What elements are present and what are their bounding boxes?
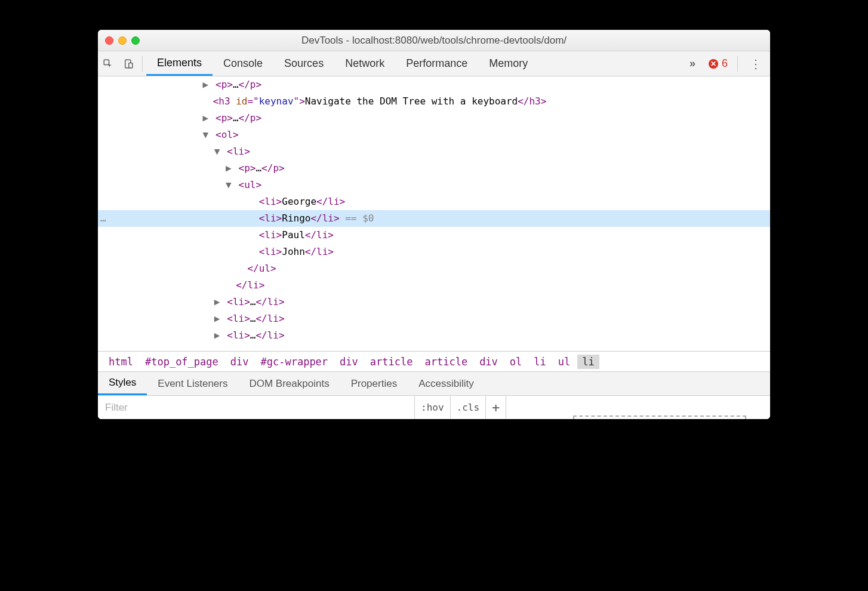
toggle-hover-button[interactable]: :hov — [414, 396, 450, 419]
expand-arrow-icon[interactable]: ▶ — [201, 110, 210, 127]
dom-node[interactable]: <h3 id="keynav">Navigate the DOM Tree wi… — [98, 93, 770, 110]
main-toolbar: ElementsConsoleSourcesNetworkPerformance… — [98, 51, 770, 76]
dom-node[interactable]: ▶ <p>…</p> — [98, 160, 770, 177]
subtab-styles[interactable]: Styles — [98, 372, 147, 395]
styles-subtabs: StylesEvent ListenersDOM BreakpointsProp… — [98, 371, 770, 395]
dom-node[interactable]: ▶ <li>…</li> — [98, 310, 770, 327]
settings-menu-icon[interactable]: ⋮ — [741, 57, 770, 71]
expand-arrow-icon[interactable]: ▼ — [224, 177, 233, 193]
panel-tabs: ElementsConsoleSourcesNetworkPerformance… — [146, 51, 682, 76]
dom-node[interactable]: <li>John</li> — [98, 244, 770, 260]
tab-console[interactable]: Console — [213, 51, 273, 76]
zoom-window-button[interactable] — [131, 36, 140, 45]
breadcrumb-item[interactable]: div — [335, 355, 363, 369]
minimize-window-button[interactable] — [118, 36, 127, 45]
dom-node[interactable]: </ul> — [98, 260, 770, 277]
svg-rect-2 — [129, 63, 133, 67]
window-controls — [105, 36, 140, 45]
dom-node[interactable]: ▼ <ul> — [98, 177, 770, 193]
error-count-badge[interactable]: ✕ 6 — [703, 57, 734, 70]
breadcrumb-item[interactable]: article — [365, 355, 418, 369]
dom-breadcrumb: html#top_of_pagediv#gc-wrapperdivarticle… — [98, 351, 770, 371]
breadcrumb-item[interactable]: #top_of_page — [140, 355, 223, 369]
dom-node[interactable]: ▼ <li> — [98, 143, 770, 160]
tab-memory[interactable]: Memory — [478, 51, 538, 76]
tab-network[interactable]: Network — [334, 51, 395, 76]
titlebar: DevTools - localhost:8080/web/tools/chro… — [98, 30, 770, 51]
tab-elements[interactable]: Elements — [146, 51, 213, 76]
subtab-accessibility[interactable]: Accessibility — [408, 372, 485, 395]
device-toolbar-icon[interactable] — [118, 51, 138, 76]
expand-arrow-icon[interactable]: ▼ — [201, 127, 210, 143]
expand-arrow-icon[interactable]: ▶ — [201, 76, 210, 93]
devtools-window: DevTools - localhost:8080/web/tools/chro… — [98, 30, 770, 419]
error-icon: ✕ — [709, 59, 718, 69]
dom-node[interactable]: <li>Paul</li> — [98, 227, 770, 244]
breadcrumb-item[interactable]: #gc-wrapper — [256, 355, 333, 369]
tab-sources[interactable]: Sources — [273, 51, 334, 76]
breadcrumb-item[interactable]: div — [226, 355, 254, 369]
dom-node[interactable]: ▶ <li>…</li> — [98, 327, 770, 344]
dom-node[interactable]: </li> — [98, 277, 770, 294]
dom-node[interactable]: ▼ <ol> — [98, 127, 770, 143]
subtab-dom-breakpoints[interactable]: DOM Breakpoints — [238, 372, 340, 395]
toggle-class-button[interactable]: .cls — [450, 396, 486, 419]
expand-arrow-icon[interactable]: ▶ — [224, 160, 233, 177]
expand-arrow-icon[interactable]: ▼ — [213, 143, 221, 160]
breadcrumb-item[interactable]: article — [420, 355, 472, 369]
styles-filter-input[interactable] — [98, 396, 414, 419]
dom-node-selected[interactable]: … <li>Ringo</li> == $0 — [98, 210, 770, 227]
dom-node[interactable]: ▶ <p>…</p> — [98, 76, 770, 93]
expand-arrow-icon[interactable]: ▶ — [213, 327, 221, 344]
subtab-event-listeners[interactable]: Event Listeners — [147, 372, 238, 395]
breadcrumb-item[interactable]: html — [104, 355, 138, 369]
breadcrumb-item[interactable]: ul — [553, 355, 575, 369]
window-title: DevTools - localhost:8080/web/tools/chro… — [98, 35, 770, 47]
styles-preview-area — [506, 396, 770, 419]
inspect-element-icon[interactable] — [98, 51, 118, 76]
new-style-rule-button[interactable]: + — [485, 396, 506, 419]
breadcrumb-item[interactable]: li — [577, 355, 599, 369]
toolbar-divider — [737, 56, 738, 72]
dom-tree-panel[interactable]: ▶ <p>…</p> <h3 id="keynav">Navigate the … — [98, 76, 770, 351]
subtab-properties[interactable]: Properties — [340, 372, 408, 395]
tab-performance[interactable]: Performance — [395, 51, 478, 76]
close-window-button[interactable] — [105, 36, 113, 45]
box-model-hint — [573, 415, 746, 419]
expand-arrow-icon[interactable]: ▶ — [213, 310, 221, 327]
breadcrumb-item[interactable]: ol — [505, 355, 527, 369]
row-actions-icon[interactable]: … — [100, 210, 116, 227]
dom-node[interactable]: ▶ <p>…</p> — [98, 110, 770, 127]
dom-node[interactable]: <li>George</li> — [98, 193, 770, 210]
styles-filter-bar: :hov .cls + — [98, 395, 770, 419]
more-tabs-button[interactable]: » — [682, 57, 703, 70]
toolbar-divider — [142, 56, 143, 72]
dom-node[interactable]: ▶ <li>…</li> — [98, 294, 770, 310]
error-count: 6 — [722, 57, 728, 70]
breadcrumb-item[interactable]: li — [529, 355, 550, 369]
expand-arrow-icon[interactable]: ▶ — [213, 294, 221, 310]
breadcrumb-item[interactable]: div — [475, 355, 503, 369]
